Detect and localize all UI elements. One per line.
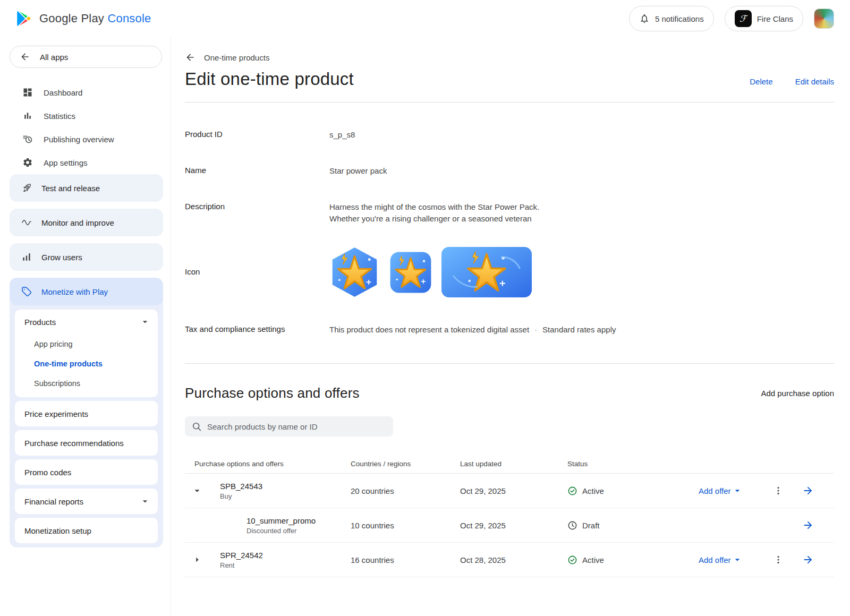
column-header-purchase-options: Purchase options and offers — [185, 460, 351, 468]
notifications-label: 5 notifications — [655, 14, 704, 23]
tax-separator: · — [534, 324, 537, 336]
sidebar-item-label: Dashboard — [44, 88, 82, 97]
clock-list-icon — [22, 134, 33, 144]
product-icon-hexagon-star — [329, 247, 380, 297]
purchase-options-title: Purchase options and offers — [185, 385, 360, 401]
column-header-countries: Countries / regions — [351, 460, 460, 468]
sidebar-section-test-and-release[interactable]: Test and release — [10, 174, 163, 202]
products-menu-label: Products — [24, 318, 56, 327]
expand-row-button[interactable] — [185, 554, 209, 566]
column-header-last-updated: Last updated — [460, 460, 567, 468]
status-label: Active — [582, 486, 604, 495]
products-menu-card: Products App pricing One-time products S… — [15, 310, 158, 397]
sidebar-item-app-pricing[interactable]: App pricing — [15, 334, 158, 354]
back-arrow-icon[interactable] — [185, 52, 196, 63]
sidebar-item-promo-codes[interactable]: Promo codes — [15, 459, 158, 485]
name-label: Name — [185, 165, 329, 175]
offer-name: 10_summer_promo — [246, 516, 351, 525]
sidebar-item-label: Monetization setup — [24, 526, 91, 535]
edit-details-button[interactable]: Edit details — [795, 77, 834, 86]
last-updated-cell: Oct 28, 2025 — [460, 555, 567, 564]
top-app-bar: Google Play Console 5 notifications ℱ Fi… — [0, 0, 850, 37]
logo-text: Google Play Console — [39, 12, 151, 25]
sidebar-item-label: App settings — [44, 158, 88, 167]
sidebar-item-label: Purchase recommendations — [24, 439, 124, 448]
open-row-button[interactable] — [792, 485, 818, 497]
sidebar-section-monetize-with-play[interactable]: Monetize with Play — [10, 278, 163, 305]
back-arrow-icon — [20, 52, 30, 62]
sidebar-item-publishing-overview[interactable]: Publishing overview — [8, 127, 164, 151]
sidebar-item-financial-reports[interactable]: Financial reports — [15, 489, 158, 514]
all-apps-button[interactable]: All apps — [10, 46, 162, 68]
search-icon — [191, 421, 202, 432]
row-overflow-menu-button[interactable] — [765, 485, 792, 496]
sidebar-item-label: Price experiments — [24, 409, 88, 418]
add-offer-button[interactable]: Add offer — [699, 485, 765, 496]
description-line-2: Whether you're a rising challenger or a … — [329, 213, 834, 225]
price-tag-icon — [21, 286, 32, 297]
table-row: SPB_24543 Buy 20 countries Oct 29, 2025 … — [185, 474, 834, 508]
pulse-wave-icon — [21, 217, 32, 228]
bar-chart-icon — [22, 110, 33, 121]
add-offer-label: Add offer — [699, 486, 731, 495]
app-switcher-label: Fire Clans — [757, 14, 793, 23]
sidebar-item-one-time-products[interactable]: One-time products — [15, 354, 158, 373]
product-id-value: s_p_s8 — [329, 129, 834, 141]
status-badge: Active — [567, 555, 699, 565]
all-apps-label: All apps — [40, 53, 68, 62]
open-row-button[interactable] — [792, 519, 818, 531]
product-icon-wide-banner-star — [441, 247, 532, 297]
sidebar-item-dashboard[interactable]: Dashboard — [8, 81, 164, 104]
section-divider — [185, 363, 834, 364]
column-header-status: Status — [567, 460, 699, 468]
sidebar-item-app-settings[interactable]: App settings — [8, 151, 164, 174]
sidebar-item-purchase-recommendations[interactable]: Purchase recommendations — [15, 430, 158, 456]
sidebar-section-monitor-and-improve[interactable]: Monitor and improve — [10, 209, 163, 236]
app-switcher-button[interactable]: ℱ Fire Clans — [725, 6, 803, 31]
sidebar-item-subscriptions[interactable]: Subscriptions — [15, 373, 158, 393]
sidebar-item-products[interactable]: Products — [15, 310, 158, 334]
delete-button[interactable]: Delete — [750, 77, 772, 86]
search-input[interactable] — [207, 422, 387, 431]
add-offer-button[interactable]: Add offer — [699, 554, 765, 565]
google-play-console-logo[interactable]: Google Play Console — [15, 10, 151, 28]
icon-label: Icon — [185, 247, 329, 276]
breadcrumb-one-time-products[interactable]: One-time products — [204, 53, 269, 62]
sidebar-item-label: One-time products — [34, 360, 103, 368]
tax-note: Standard rates apply — [542, 324, 616, 336]
sidebar-item-monetization-setup[interactable]: Monetization setup — [15, 518, 158, 543]
rocket-icon — [21, 183, 32, 193]
sidebar-item-statistics[interactable]: Statistics — [8, 104, 164, 127]
main-content: One-time products Edit one-time product … — [171, 37, 850, 616]
purchase-option-type: Buy — [220, 492, 351, 500]
add-purchase-option-button[interactable]: Add purchase option — [761, 389, 834, 398]
dropdown-caret-icon — [732, 554, 743, 565]
dashboard-icon — [22, 87, 33, 98]
tax-value: This product does not represent a tokeni… — [329, 324, 529, 336]
name-row: Name Star power pack — [185, 165, 834, 177]
last-updated-cell: Oct 29, 2025 — [460, 521, 567, 530]
name-value: Star power pack — [329, 165, 834, 177]
row-overflow-menu-button[interactable] — [765, 554, 792, 565]
sidebar-item-label: Publishing overview — [44, 135, 114, 144]
tax-label: Tax and compliance settings — [185, 324, 329, 333]
countries-cell: 20 countries — [351, 486, 460, 495]
table-row-offer: 10_summer_promo Discounted offer 10 coun… — [185, 508, 834, 543]
sidebar-item-price-experiments[interactable]: Price experiments — [15, 401, 158, 426]
last-updated-cell: Oct 29, 2025 — [460, 486, 567, 495]
description-row: Description Harness the might of the cos… — [185, 201, 834, 225]
account-avatar[interactable] — [814, 8, 834, 29]
open-row-button[interactable] — [792, 554, 818, 566]
bell-icon — [639, 13, 650, 24]
product-id-row: Product ID s_p_s8 — [185, 129, 834, 141]
check-circle-icon — [567, 555, 577, 565]
status-badge: Draft — [567, 520, 699, 531]
collapse-row-button[interactable] — [185, 485, 209, 497]
sidebar-section-grow-users[interactable]: Grow users — [10, 243, 163, 271]
sidebar-item-label: Statistics — [44, 112, 75, 121]
brand-name: Google Play — [39, 12, 104, 25]
sidebar-item-label: App pricing — [34, 340, 73, 348]
sidebar-section-label: Monitor and improve — [41, 218, 114, 227]
notifications-button[interactable]: 5 notifications — [629, 6, 714, 31]
offer-type: Discounted offer — [246, 527, 351, 535]
